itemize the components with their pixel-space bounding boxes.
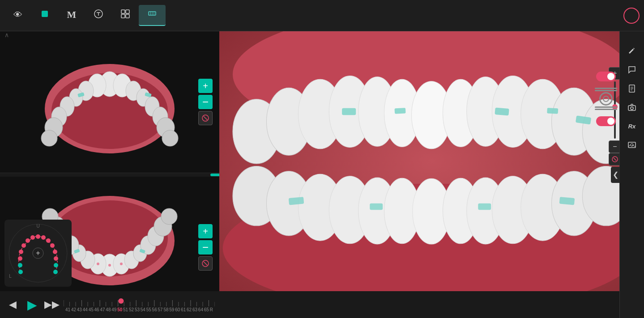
panel-divider[interactable] xyxy=(0,173,219,177)
upper-zoom-out[interactable]: − xyxy=(198,95,213,109)
svg-text:U: U xyxy=(36,224,39,229)
svg-text:+: + xyxy=(36,249,40,257)
svg-point-58 xyxy=(41,235,46,240)
mov-icon: M xyxy=(67,10,77,20)
upper-arch-svg xyxy=(31,51,188,153)
report-icon xyxy=(627,84,636,93)
svg-line-30 xyxy=(204,116,207,120)
svg-text:L: L xyxy=(9,274,12,279)
occ-line-bot xyxy=(595,106,617,108)
camera-icon xyxy=(627,103,636,112)
svg-point-57 xyxy=(30,235,35,240)
svg-line-54 xyxy=(204,262,207,265)
svg-point-67 xyxy=(18,263,22,267)
photo-icon xyxy=(627,140,636,149)
mini-arch-svg: + U L xyxy=(4,220,72,287)
toolbar-item-mov[interactable]: M xyxy=(58,6,85,25)
svg-line-140 xyxy=(614,158,616,161)
svg-point-25 xyxy=(41,130,57,146)
svg-point-61 xyxy=(21,243,26,248)
svg-point-50 xyxy=(108,264,111,267)
timeline-numbers: 41 42 43 44 45 46 47 48 49 50 51 52 53 5… xyxy=(64,307,215,312)
svg-point-51 xyxy=(97,263,99,265)
upper-arch-view[interactable]: + − xyxy=(0,31,219,173)
toolbar-item-view[interactable]: 👁 xyxy=(4,7,31,25)
right-controls xyxy=(595,72,617,126)
multiview-icon xyxy=(120,9,130,20)
upper-zoom-reset[interactable] xyxy=(198,111,213,125)
timeline-ticks-svg xyxy=(64,297,215,306)
teeth-3d-svg xyxy=(219,31,644,291)
svg-point-56 xyxy=(36,234,40,239)
svg-point-47 xyxy=(161,208,177,225)
edit-icon xyxy=(627,47,636,55)
comment-icon xyxy=(627,65,636,74)
toolbar-item-measure[interactable] xyxy=(139,5,166,26)
mini-arch-diagram[interactable]: + U L xyxy=(4,220,72,287)
edit-icon-btn[interactable] xyxy=(624,43,640,59)
rx-icon-btn[interactable]: Rx xyxy=(624,118,640,134)
svg-rect-0 xyxy=(42,11,48,17)
svg-point-60 xyxy=(46,238,51,243)
upper-arch-canvas xyxy=(31,51,188,153)
comment-icon-btn[interactable] xyxy=(624,62,640,78)
toolbar: 👁 M xyxy=(0,0,644,31)
toolbar-item-tx[interactable] xyxy=(85,5,112,25)
svg-rect-136 xyxy=(478,204,491,210)
info-button[interactable] xyxy=(623,8,640,24)
left-panel: + − xyxy=(0,31,219,318)
scroll-indicator: ∧ xyxy=(4,31,9,38)
dental-3d-container xyxy=(219,31,644,318)
svg-rect-4 xyxy=(121,14,125,18)
main-content: + − xyxy=(0,31,644,318)
upper-zoom-controls: + − xyxy=(198,79,213,125)
engager-icon xyxy=(40,9,50,20)
lower-zoom-in[interactable]: + xyxy=(198,224,213,238)
svg-rect-137 xyxy=(289,197,304,205)
lower-toggle[interactable] xyxy=(596,116,616,126)
toolbar-item-engager[interactable] xyxy=(31,5,58,25)
lower-zoom-out[interactable]: − xyxy=(198,240,213,254)
svg-rect-118 xyxy=(495,107,509,115)
photo-icon-btn[interactable] xyxy=(624,137,640,153)
upper-zoom-in[interactable]: + xyxy=(198,79,213,93)
svg-point-65 xyxy=(18,256,22,261)
svg-point-66 xyxy=(54,256,58,261)
camera-icon-btn[interactable] xyxy=(624,99,640,115)
svg-point-63 xyxy=(19,250,23,254)
svg-point-62 xyxy=(50,243,55,248)
dental-3d-canvas xyxy=(219,31,644,291)
lower-zoom-reset[interactable] xyxy=(198,256,213,271)
svg-rect-138 xyxy=(559,197,575,205)
svg-rect-2 xyxy=(121,10,125,13)
occ-inner xyxy=(603,96,609,102)
lower-zoom-controls: + − xyxy=(198,224,213,271)
svg-rect-120 xyxy=(547,108,558,114)
occ-line-top xyxy=(595,88,617,89)
svg-point-68 xyxy=(54,263,58,267)
svg-point-146 xyxy=(631,107,633,110)
upper-toggle[interactable] xyxy=(596,72,616,81)
right-3d-view[interactable]: + − ❮ xyxy=(219,31,644,318)
next-button[interactable]: ▶▶ xyxy=(44,297,60,313)
report-icon-btn[interactable] xyxy=(624,81,640,97)
svg-rect-119 xyxy=(395,108,406,114)
toolbar-item-multiview[interactable] xyxy=(112,5,139,25)
view-icon: 👁 xyxy=(13,10,22,19)
svg-point-69 xyxy=(18,270,23,274)
playback-controls: ◀ ▶ ▶▶ xyxy=(0,291,219,318)
svg-point-26 xyxy=(162,130,178,146)
play-button[interactable]: ▶ xyxy=(24,297,40,313)
timeline-track[interactable]: 41 42 43 44 45 46 47 48 49 50 51 52 53 5… xyxy=(64,296,215,314)
prev-button[interactable]: ◀ xyxy=(4,297,21,313)
occ-line-mid xyxy=(595,90,617,91)
occlusion-icon xyxy=(595,88,617,110)
svg-point-59 xyxy=(26,238,30,243)
svg-rect-147 xyxy=(628,142,635,148)
toolbar-right xyxy=(623,8,640,24)
expand-button[interactable]: ❮ xyxy=(611,167,620,183)
svg-point-70 xyxy=(53,270,58,274)
svg-point-52 xyxy=(120,263,123,265)
occ-line-bot2 xyxy=(595,109,617,110)
icon-panel: ❮ xyxy=(619,31,644,318)
